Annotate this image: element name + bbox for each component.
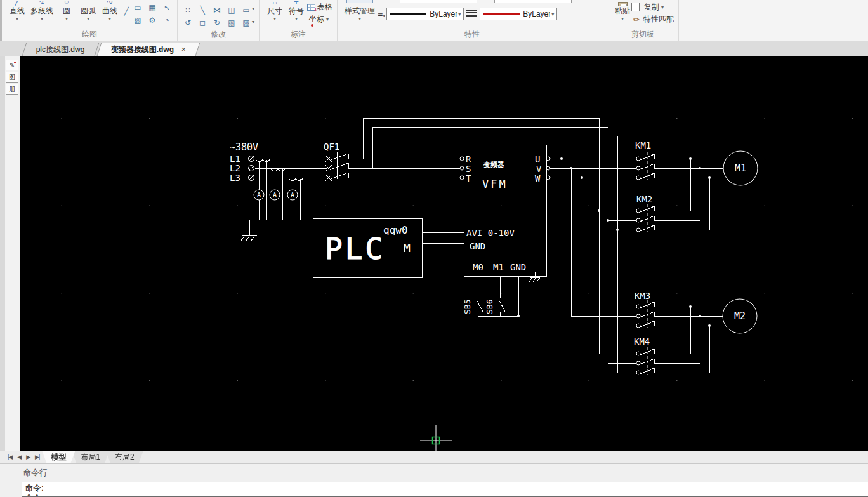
region-tool-button[interactable]: ◔ [161, 15, 173, 26]
select-arrow-icon[interactable]: ↖ [161, 2, 173, 13]
vfm-terminal-t [460, 176, 464, 180]
drawing-canvas[interactable]: ~380VL1L2L3QF1PLCqqw0MRST变频器VFMUVWAVI 0-… [20, 56, 868, 451]
doc-tab-inverter[interactable]: 变频器接线图.dwg × [96, 43, 200, 56]
schematic-label: KM4 [634, 336, 650, 347]
hatch-edit-tool-button[interactable]: ▨ [240, 17, 252, 29]
arc-tool-button[interactable]: ⌒ 圆弧 ▾ [77, 1, 99, 22]
line-color-select[interactable]: ByLayer ▾ [386, 8, 464, 20]
doc-tab-plc[interactable]: plc接线图.dwg [22, 43, 100, 56]
schematic-label: A [257, 192, 261, 199]
command-panel-title: 命令行 [23, 467, 48, 479]
chevron-down-icon: ▾ [661, 4, 664, 10]
viewport-tool-button[interactable]: ▦ [147, 2, 158, 13]
km1-contact [636, 166, 640, 170]
symbol-icon: + [294, 1, 299, 6]
tab-layout1[interactable]: 布局1 [72, 451, 109, 463]
panel-draw: ╱ 直线 ▾ ↯ 多段线 ▾ ○ 圆 ▾ ⌒ 圆弧 ▾ ∿ 曲线 [2, 0, 178, 41]
close-icon[interactable]: × [181, 45, 186, 54]
paste-button[interactable]: 粘贴 ▾ [612, 1, 633, 22]
polyline-tool-button[interactable]: ↯ 多段线 ▾ [28, 1, 56, 22]
copy-button[interactable]: 复制 ▾ [633, 1, 674, 13]
wire-qf1-to-vfm [348, 159, 460, 178]
nav-first-icon[interactable]: |◀ [8, 454, 12, 460]
command-line-2: 命令: [25, 493, 868, 497]
table-button[interactable]: 表格 [307, 1, 332, 13]
chevron-down-icon: ▾ [41, 16, 43, 22]
schematic-label: SB5 [463, 300, 472, 314]
vfm-ground-symbol [529, 272, 540, 282]
nav-prev-icon[interactable]: ◀ [17, 454, 21, 460]
tab-model[interactable]: 模型 [42, 451, 75, 463]
schematic-label: L3 [230, 173, 240, 183]
move-tool-button[interactable]: ∷ [182, 4, 194, 16]
schematic-label: 变频器 [483, 161, 504, 169]
album-tool-icon[interactable]: 册 [6, 84, 18, 95]
block-tool-button[interactable]: ⚙ [147, 15, 158, 26]
mirror-tool-button[interactable]: ⋈ [211, 4, 223, 16]
lineweight-icon[interactable] [466, 10, 477, 18]
schematic-label: qqw0 [383, 224, 408, 236]
line-type-select[interactable]: ByLayer ▾ [480, 8, 557, 20]
match-properties-button[interactable]: ✏ 特性匹配 [633, 13, 674, 25]
erase-tool-button[interactable]: ╲ [197, 4, 208, 16]
chevron-down-icon[interactable]: ▾ [252, 6, 254, 11]
phase-terminal-slashes [249, 156, 254, 180]
chevron-down-icon: ▾ [551, 11, 554, 17]
qf1-blades [331, 152, 348, 179]
chevron-down-icon: ▾ [458, 11, 461, 17]
schematic-label: U [535, 154, 540, 164]
schematic-label: PLC [325, 232, 385, 266]
sheet-tool-icon[interactable]: 图 [6, 72, 18, 83]
command-area: 命令: 命令: [0, 482, 868, 497]
rectangle-tool-button[interactable]: ▭ [132, 2, 143, 13]
nav-next-icon[interactable]: ▶ [26, 454, 30, 460]
copy-icon [633, 4, 640, 11]
schematic-label: M [404, 241, 411, 255]
ribbon: ╱ 直线 ▾ ↯ 多段线 ▾ ○ 圆 ▾ ⌒ 圆弧 ▾ ∿ 曲线 [0, 0, 868, 41]
linestyle-button[interactable]: ≡ ▾ [378, 10, 385, 20]
array-tool-button[interactable]: ▧ [226, 17, 237, 29]
schematic-label: M0 [473, 262, 483, 272]
style-manager-icon-partial [346, 0, 373, 3]
fillet-tool-button[interactable]: ◻ [197, 17, 208, 29]
construction-line-button[interactable]: ╱ [121, 6, 132, 17]
ribbon-empty-area [679, 0, 868, 41]
annotate-tool-icon[interactable]: ✎ [6, 60, 18, 70]
chevron-down-icon: ▾ [65, 16, 68, 22]
schematic-label: KM2 [636, 194, 652, 204]
km1-contact [636, 157, 640, 161]
line-tool-button[interactable]: ╱ 直线 ▾ [6, 1, 28, 22]
schematic-label: KM1 [635, 140, 651, 150]
rotate-copy-tool-button[interactable]: ↻ [211, 17, 223, 29]
chevron-down-icon: ▾ [383, 13, 385, 18]
line-type-sample [483, 13, 520, 15]
spline-tool-button[interactable]: ∿ 曲线 ▾ [99, 1, 121, 22]
panel-label-properties: 特性 [338, 29, 607, 40]
offset-tool-button[interactable]: ◫ [226, 4, 237, 16]
schematic-label: A [291, 192, 294, 199]
symbol-button[interactable]: + 符号 ▾ [286, 1, 307, 22]
table-icon [307, 4, 315, 11]
wire-vfm-bottom [477, 276, 518, 316]
cad-app-window: ╱ 直线 ▾ ↯ 多段线 ▾ ○ 圆 ▾ ⌒ 圆弧 ▾ ∿ 曲线 [0, 0, 868, 497]
hatch-tool-button[interactable]: ▨ [132, 15, 143, 26]
km2-contact [636, 209, 640, 213]
circle-tool-button[interactable]: ○ 圆 ▾ [56, 1, 77, 22]
nav-last-icon[interactable]: ▶| [35, 454, 39, 460]
style-manager-button[interactable]: 样式管理 ▾ [342, 1, 378, 22]
scale-tool-button[interactable]: ▭ [240, 4, 252, 16]
chevron-down-icon[interactable]: ▾ [252, 19, 254, 25]
schematic-label: S [466, 164, 471, 174]
paste-icon [618, 2, 628, 6]
km1-contact [636, 176, 640, 180]
chevron-down-icon: ▾ [273, 16, 276, 22]
vfm-terminal-s [460, 166, 464, 170]
coordinate-button[interactable]: 坐标 ▾ [307, 13, 332, 25]
command-input[interactable]: 命令: 命令: [22, 482, 868, 497]
tab-layout2[interactable]: 布局2 [106, 451, 143, 463]
dimension-button[interactable]: ↔ 尺寸 ▾ [264, 1, 286, 22]
schematic-label: M1 [493, 262, 504, 272]
km3-contact [636, 314, 640, 318]
grid-dots [62, 118, 853, 381]
rotate-tool-button[interactable]: ↺ [182, 17, 194, 29]
